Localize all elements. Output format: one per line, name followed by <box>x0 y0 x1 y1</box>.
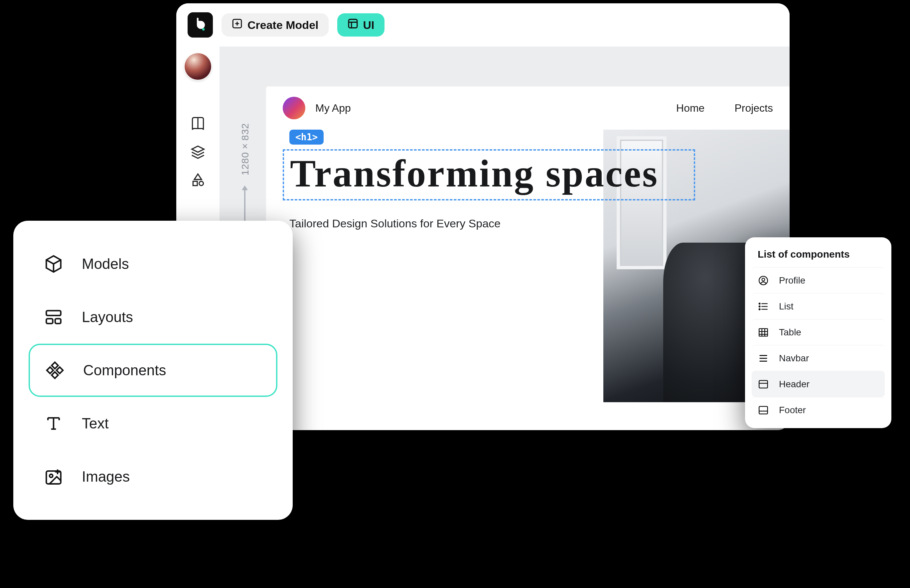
insert-item-label: Text <box>82 415 109 432</box>
create-model-button[interactable]: Create Model <box>222 13 329 37</box>
component-row-label: List <box>779 301 793 312</box>
insert-item-label: Layouts <box>82 309 133 325</box>
page-subheadline[interactable]: Tailored Design Solutions for Every Spac… <box>289 217 773 230</box>
table-icon <box>758 327 769 338</box>
insert-item-label: Components <box>83 362 166 379</box>
components-list-title: List of components <box>752 247 885 267</box>
component-row-profile[interactable]: Profile <box>752 267 885 293</box>
component-row-navbar[interactable]: Navbar <box>752 345 885 371</box>
component-row-label: Profile <box>779 275 805 286</box>
app-logo[interactable] <box>188 12 213 37</box>
hero-section: <h1> Transforming spaces Tailored Design… <box>266 130 790 230</box>
svg-rect-8 <box>46 471 61 484</box>
svg-rect-15 <box>759 328 768 336</box>
component-row-label: Table <box>779 327 801 338</box>
page-nav: My App Home Projects <box>266 86 790 130</box>
insert-item-images[interactable]: Images <box>29 450 277 503</box>
svg-rect-17 <box>759 406 768 414</box>
canvas-area[interactable]: 1280×832 My App Home Projects <h1> Trans… <box>220 47 790 430</box>
selection-box[interactable]: Transforming spaces <box>283 149 695 200</box>
components-list-panel: List of components Profile List Table Na… <box>745 237 891 428</box>
svg-point-12 <box>759 303 760 304</box>
insert-item-models[interactable]: Models <box>29 237 277 291</box>
svg-point-13 <box>759 306 760 307</box>
components-icon <box>45 361 65 380</box>
component-row-label: Header <box>779 379 810 389</box>
layers-icon[interactable] <box>191 144 205 159</box>
canvas-dimensions: 1280×832 <box>240 123 251 176</box>
plus-square-icon <box>232 18 243 32</box>
svg-point-14 <box>759 309 760 309</box>
nav-link-projects[interactable]: Projects <box>734 102 773 114</box>
avatar[interactable] <box>185 53 211 80</box>
svg-point-9 <box>50 474 53 478</box>
svg-rect-7 <box>55 319 61 324</box>
menu-icon <box>758 353 769 364</box>
app-topbar: Create Model UI <box>176 3 790 47</box>
svg-rect-5 <box>46 311 61 316</box>
svg-rect-6 <box>46 319 53 324</box>
ui-label: UI <box>363 19 374 32</box>
create-model-label: Create Model <box>248 19 319 32</box>
text-icon <box>44 414 63 433</box>
insert-panel: Models Layouts Components Text Images <box>13 221 293 520</box>
insert-item-text[interactable]: Text <box>29 397 277 450</box>
cube-icon <box>44 254 63 273</box>
nav-link-home[interactable]: Home <box>676 102 704 114</box>
selected-element-tag[interactable]: <h1> <box>289 130 324 145</box>
header-icon <box>758 379 769 390</box>
shapes-icon[interactable] <box>191 172 205 187</box>
component-row-list[interactable]: List <box>752 293 885 319</box>
insert-item-label: Images <box>82 468 130 485</box>
layout-icon <box>347 18 359 32</box>
footer-icon <box>758 404 769 416</box>
component-row-table[interactable]: Table <box>752 319 885 345</box>
svg-rect-2 <box>348 19 357 28</box>
bolt-logo-icon <box>193 17 208 33</box>
component-row-label: Footer <box>779 405 806 415</box>
svg-point-4 <box>199 181 204 186</box>
ui-button[interactable]: UI <box>337 13 384 37</box>
component-row-header[interactable]: Header <box>752 371 885 397</box>
brand-name: My App <box>315 102 351 114</box>
component-row-footer[interactable]: Footer <box>752 397 885 423</box>
list-icon <box>758 301 769 312</box>
insert-item-label: Models <box>82 255 129 272</box>
page-headline[interactable]: Transforming spaces <box>290 154 688 193</box>
image-plus-icon <box>44 467 63 486</box>
person-circle-icon <box>758 275 769 286</box>
layout-grid-icon <box>44 307 63 327</box>
insert-item-components[interactable]: Components <box>29 344 277 397</box>
svg-rect-3 <box>193 181 197 186</box>
page-preview: My App Home Projects <h1> Transforming s… <box>266 86 790 430</box>
svg-point-11 <box>762 278 765 281</box>
component-row-label: Navbar <box>779 353 809 363</box>
svg-point-0 <box>202 28 205 31</box>
book-icon[interactable] <box>191 116 205 131</box>
svg-rect-16 <box>759 380 768 388</box>
brand-logo[interactable] <box>283 97 305 120</box>
insert-item-layouts[interactable]: Layouts <box>29 291 277 344</box>
